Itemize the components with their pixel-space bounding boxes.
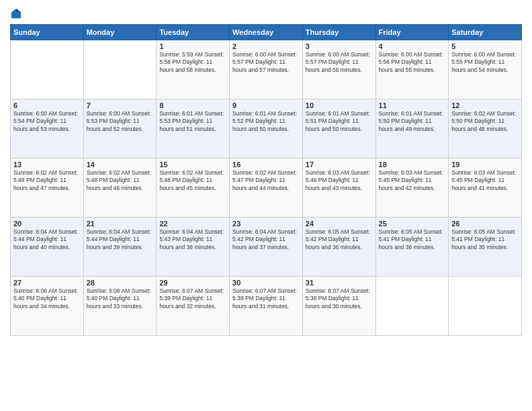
cell-info: Sunrise: 6:03 AM Sunset: 5:45 PM Dayligh… [451,169,519,192]
calendar-cell: 14Sunrise: 6:02 AM Sunset: 5:48 PM Dayli… [83,158,157,217]
calendar-cell: 11Sunrise: 6:01 AM Sunset: 5:50 PM Dayli… [375,99,449,158]
cell-info: Sunrise: 6:00 AM Sunset: 5:56 PM Dayligh… [379,51,446,74]
day-number: 24 [306,220,373,228]
cell-info: Sunrise: 6:04 AM Sunset: 5:43 PM Dayligh… [159,228,226,251]
day-number: 25 [379,220,446,228]
cell-info: Sunrise: 6:01 AM Sunset: 5:52 PM Dayligh… [232,110,300,133]
calendar-week-1: 1Sunrise: 5:59 AM Sunset: 5:58 PM Daylig… [11,40,522,99]
logo-icon [10,7,22,19]
cell-info: Sunrise: 5:59 AM Sunset: 5:58 PM Dayligh… [159,51,226,74]
calendar-cell: 12Sunrise: 6:02 AM Sunset: 5:50 PM Dayli… [449,99,522,158]
calendar-cell: 4Sunrise: 6:00 AM Sunset: 5:56 PM Daylig… [375,40,449,99]
calendar-cell: 21Sunrise: 6:04 AM Sunset: 5:44 PM Dayli… [83,217,157,276]
calendar-cell: 25Sunrise: 6:05 AM Sunset: 5:41 PM Dayli… [375,217,449,276]
calendar-cell: 27Sunrise: 6:06 AM Sunset: 5:40 PM Dayli… [11,276,84,335]
day-number: 12 [451,101,519,109]
cell-info: Sunrise: 6:02 AM Sunset: 5:48 PM Dayligh… [87,169,154,192]
day-number: 7 [87,101,154,109]
cell-info: Sunrise: 6:01 AM Sunset: 5:53 PM Dayligh… [159,110,226,133]
day-number: 1 [159,42,226,50]
cell-info: Sunrise: 6:00 AM Sunset: 5:57 PM Dayligh… [306,51,373,74]
calendar-cell: 17Sunrise: 6:03 AM Sunset: 5:46 PM Dayli… [302,158,375,217]
calendar-cell: 2Sunrise: 6:00 AM Sunset: 5:57 PM Daylig… [230,40,303,99]
day-number: 2 [232,42,300,50]
day-number: 17 [306,161,373,169]
cell-info: Sunrise: 6:01 AM Sunset: 5:51 PM Dayligh… [306,110,373,133]
calendar-cell: 19Sunrise: 6:03 AM Sunset: 5:45 PM Dayli… [449,158,522,217]
calendar-cell: 22Sunrise: 6:04 AM Sunset: 5:43 PM Dayli… [157,217,230,276]
cell-info: Sunrise: 6:02 AM Sunset: 5:47 PM Dayligh… [232,169,300,192]
day-number: 9 [232,101,300,109]
cell-info: Sunrise: 6:00 AM Sunset: 5:57 PM Dayligh… [232,51,300,74]
calendar-cell: 20Sunrise: 6:04 AM Sunset: 5:44 PM Dayli… [11,217,84,276]
day-number: 30 [232,279,300,287]
calendar-cell: 29Sunrise: 6:07 AM Sunset: 5:39 PM Dayli… [157,276,230,335]
day-number: 14 [87,161,154,169]
day-number: 6 [13,101,81,109]
calendar-cell: 24Sunrise: 6:05 AM Sunset: 5:42 PM Dayli… [302,217,375,276]
cell-info: Sunrise: 6:00 AM Sunset: 5:53 PM Dayligh… [87,110,154,133]
day-number: 3 [306,42,373,50]
calendar-cell: 8Sunrise: 6:01 AM Sunset: 5:53 PM Daylig… [157,99,230,158]
day-header-wednesday: Wednesday [230,24,303,40]
day-number: 10 [306,101,373,109]
day-number: 18 [379,161,446,169]
calendar-cell: 16Sunrise: 6:02 AM Sunset: 5:47 PM Dayli… [230,158,303,217]
cell-info: Sunrise: 6:04 AM Sunset: 5:44 PM Dayligh… [87,228,154,251]
calendar-cell [83,40,157,99]
calendar-week-3: 13Sunrise: 6:02 AM Sunset: 5:49 PM Dayli… [11,158,522,217]
cell-info: Sunrise: 6:07 AM Sunset: 5:38 PM Dayligh… [306,287,373,310]
calendar-header-row: SundayMondayTuesdayWednesdayThursdayFrid… [11,24,522,40]
calendar-cell: 28Sunrise: 6:06 AM Sunset: 5:40 PM Dayli… [83,276,157,335]
header [10,7,522,20]
calendar-cell: 7Sunrise: 6:00 AM Sunset: 5:53 PM Daylig… [83,99,157,158]
day-number: 23 [232,220,300,228]
day-header-sunday: Sunday [11,24,84,40]
day-number: 13 [13,161,81,169]
day-number: 5 [451,42,519,50]
day-number: 16 [232,161,300,169]
calendar-week-2: 6Sunrise: 6:00 AM Sunset: 5:54 PM Daylig… [11,99,522,158]
cell-info: Sunrise: 6:07 AM Sunset: 5:39 PM Dayligh… [232,287,300,310]
calendar-cell: 26Sunrise: 6:05 AM Sunset: 5:41 PM Dayli… [449,217,522,276]
calendar-week-4: 20Sunrise: 6:04 AM Sunset: 5:44 PM Dayli… [11,217,522,276]
day-number: 21 [87,220,154,228]
cell-info: Sunrise: 6:03 AM Sunset: 5:46 PM Dayligh… [306,169,373,192]
day-header-saturday: Saturday [449,24,522,40]
calendar-cell: 6Sunrise: 6:00 AM Sunset: 5:54 PM Daylig… [11,99,84,158]
cell-info: Sunrise: 6:06 AM Sunset: 5:40 PM Dayligh… [13,287,81,310]
calendar-cell [375,276,449,335]
cell-info: Sunrise: 6:00 AM Sunset: 5:55 PM Dayligh… [451,51,519,74]
day-number: 29 [159,279,226,287]
day-number: 8 [159,101,226,109]
calendar-cell: 18Sunrise: 6:03 AM Sunset: 5:45 PM Dayli… [375,158,449,217]
calendar-cell: 3Sunrise: 6:00 AM Sunset: 5:57 PM Daylig… [302,40,375,99]
day-header-tuesday: Tuesday [157,24,230,40]
cell-info: Sunrise: 6:02 AM Sunset: 5:49 PM Dayligh… [13,169,81,192]
day-header-monday: Monday [83,24,157,40]
cell-info: Sunrise: 6:05 AM Sunset: 5:41 PM Dayligh… [451,228,519,251]
calendar-cell: 31Sunrise: 6:07 AM Sunset: 5:38 PM Dayli… [302,276,375,335]
cell-info: Sunrise: 6:01 AM Sunset: 5:50 PM Dayligh… [379,110,446,133]
calendar: SundayMondayTuesdayWednesdayThursdayFrid… [10,24,522,336]
day-number: 22 [159,220,226,228]
day-header-thursday: Thursday [302,24,375,40]
calendar-cell: 13Sunrise: 6:02 AM Sunset: 5:49 PM Dayli… [11,158,84,217]
calendar-cell: 10Sunrise: 6:01 AM Sunset: 5:51 PM Dayli… [302,99,375,158]
logo [10,7,25,20]
svg-marker-1 [16,9,21,12]
calendar-cell: 1Sunrise: 5:59 AM Sunset: 5:58 PM Daylig… [157,40,230,99]
cell-info: Sunrise: 6:05 AM Sunset: 5:42 PM Dayligh… [306,228,373,251]
day-number: 27 [13,279,81,287]
day-number: 31 [306,279,373,287]
calendar-cell: 9Sunrise: 6:01 AM Sunset: 5:52 PM Daylig… [230,99,303,158]
cell-info: Sunrise: 6:04 AM Sunset: 5:42 PM Dayligh… [232,228,300,251]
calendar-cell: 5Sunrise: 6:00 AM Sunset: 5:55 PM Daylig… [449,40,522,99]
calendar-cell [11,40,84,99]
calendar-cell: 15Sunrise: 6:02 AM Sunset: 5:48 PM Dayli… [157,158,230,217]
cell-info: Sunrise: 6:02 AM Sunset: 5:48 PM Dayligh… [159,169,226,192]
day-number: 19 [451,161,519,169]
day-header-friday: Friday [375,24,449,40]
cell-info: Sunrise: 6:00 AM Sunset: 5:54 PM Dayligh… [13,110,81,133]
calendar-week-5: 27Sunrise: 6:06 AM Sunset: 5:40 PM Dayli… [11,276,522,335]
